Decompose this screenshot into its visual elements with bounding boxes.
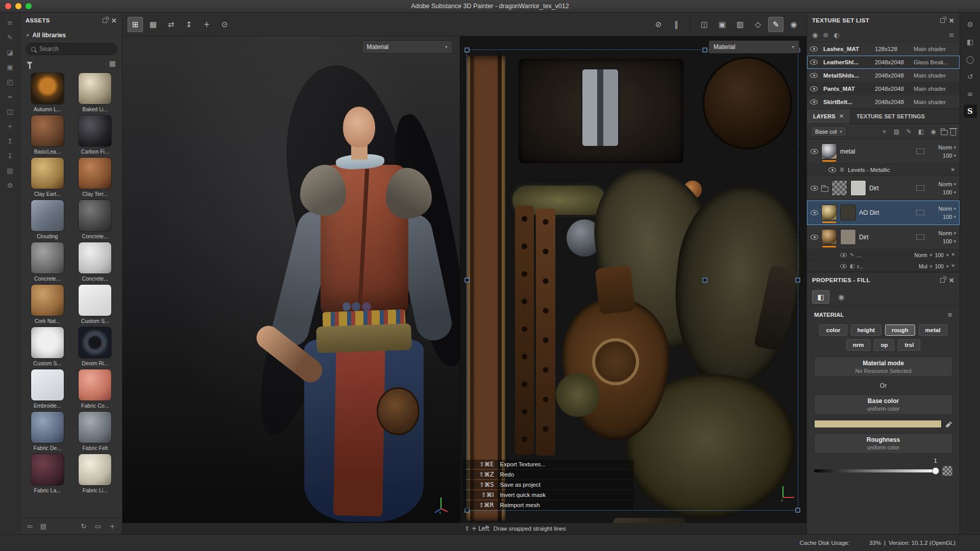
texture-set-shader[interactable]: Main shader [914,72,957,79]
undock-panel-icon[interactable] [103,18,107,23]
asset-item[interactable]: Clay Eart... [24,157,70,197]
texture-set-row[interactable]: LeatherShl... 2048x2048 Glass Beak... [807,56,960,69]
substance-logo[interactable]: S [964,105,977,118]
asset-thumbnail[interactable] [78,115,112,147]
reference-frame-icon[interactable] [916,234,924,240]
paint-tool-icon[interactable]: ✎ [3,31,17,44]
tiling-toggle[interactable]: ▦ [145,17,161,32]
add-folder-icon[interactable] [941,130,948,135]
blend-mode-dropdown[interactable]: Norm▾ [939,144,956,151]
close-panel-icon[interactable]: ✕ [111,17,117,24]
visibility-eye-icon[interactable] [811,210,818,215]
asset-thumbnail[interactable] [31,284,64,316]
asset-thumbnail[interactable] [31,327,64,359]
environment-settings-icon[interactable]: ◯ [964,53,977,66]
layer-thumbnail[interactable] [821,229,837,245]
channels-indicator-icon[interactable]: ◐ [834,31,839,39]
viewport-2d-mode-select[interactable]: Material ▾ [708,40,799,54]
blend-mode-dropdown[interactable]: Norm [914,252,927,258]
search-input[interactable]: Search [26,43,117,55]
material-mode-button[interactable]: Material mode No Resource Selected [814,357,952,377]
asset-thumbnail[interactable] [78,454,112,486]
asset-item[interactable]: Concrete... [72,242,118,282]
import-resources-icon[interactable]: ↧ [3,149,17,163]
tab-texture-set-settings[interactable]: TEXTURE SET SETTINGS [850,109,960,123]
close-panel-icon[interactable]: ✕ [949,277,954,284]
shader-link-icon[interactable]: ⊚ [823,31,828,39]
group-thumbnail[interactable] [831,180,847,196]
symmetry-y-toggle[interactable]: ↕ [181,17,197,32]
opacity-dropdown[interactable]: 100▾ [943,238,956,244]
split-view-toggle[interactable]: ◫ [697,17,712,32]
filter-funnel-icon[interactable] [27,62,33,65]
close-panel-icon[interactable]: ✕ [949,17,954,24]
asset-thumbnail[interactable] [31,242,64,274]
base-color-swatch[interactable] [814,420,942,428]
symmetry-x-toggle[interactable]: ⇄ [163,17,179,32]
roughness-slider[interactable] [814,469,938,472]
delete-layer-icon[interactable] [950,130,956,136]
list-options-icon[interactable]: ≡ [949,31,954,39]
eraser-tool-icon[interactable]: ◪ [3,45,17,59]
layer-thumbnail[interactable] [821,143,837,159]
asset-thumbnail[interactable] [78,199,112,232]
asset-item[interactable]: Cork Nat... [24,284,70,324]
material-view-toggle[interactable]: ▥ [732,17,748,32]
layer-row-selected[interactable]: AO Dirt Norm▾ 100▾ [807,201,960,225]
opacity-dropdown[interactable]: 100 [935,252,944,258]
texture-set-row[interactable]: Pants_MAT 2048x2048 Main shader [807,82,960,95]
asset-item[interactable]: Concrete... [24,242,70,282]
asset-item[interactable]: Autumn L... [24,72,70,112]
asset-thumbnail[interactable] [78,284,112,316]
thumbnail-view-icon[interactable]: ▤ [39,522,48,531]
toggle-all-visibility-icon[interactable]: ◉ [812,31,818,39]
channel-toggle[interactable]: metal [919,324,947,336]
visibility-eye-icon[interactable] [810,73,818,78]
asset-thumbnail[interactable] [78,72,112,105]
mask-content-row[interactable]: ◧ r... Mul▾ 100▾ ✕ [807,261,960,272]
asset-thumbnail[interactable] [78,242,112,274]
roughness-button[interactable]: Roughness uniform color [814,433,952,454]
texture-set-shader[interactable]: Main shader [914,86,957,92]
minimize-window-button[interactable] [15,3,21,9]
asset-item[interactable]: Fabric La... [24,454,70,493]
blend-mode-dropdown[interactable]: Mul [919,263,927,269]
opacity-dropdown[interactable]: 100▾ [943,214,956,220]
gizmo-settings-button[interactable]: ⊙ [217,17,232,32]
material-properties-tab[interactable]: ◉ [832,290,850,304]
viewport-3d[interactable]: Material ▾ [122,36,460,523]
add-resource-icon[interactable]: + [108,522,117,531]
reference-frame-icon[interactable] [916,148,924,154]
undock-panel-icon[interactable] [940,278,945,283]
perspective-toggle[interactable]: ◇ [750,17,766,32]
log-icon[interactable]: ≡ [964,87,977,101]
display-settings-icon[interactable]: ◧ [964,35,977,48]
visibility-eye-icon[interactable] [811,235,818,240]
asset-item[interactable]: Clouding [24,199,70,239]
reference-frame-icon[interactable] [916,210,924,215]
add-layer-icon[interactable]: + [879,127,889,136]
list-view-icon[interactable]: ≔ [26,522,35,531]
viewport-3d-mode-select[interactable]: Material ▾ [362,40,453,54]
texture-set-row[interactable]: SkirtBelt... 2048x2048 Main shader [807,95,960,109]
opacity-dropdown[interactable]: 100▾ [943,189,956,195]
section-menu-icon[interactable]: ≡ [947,311,952,318]
add-stencil-button[interactable]: + [199,17,214,32]
asset-thumbnail[interactable] [78,411,112,443]
opacity-dropdown[interactable]: 100 [935,263,944,269]
texture-picker-icon[interactable] [942,466,952,476]
layer-effect-row[interactable]: ≣ Levels - Metallic ✕ [807,164,960,176]
mask-thumbnail[interactable] [840,205,856,220]
asset-thumbnail[interactable] [31,72,64,105]
smart-material-icon[interactable]: ◉ [928,127,938,136]
visibility-eye-icon[interactable] [811,149,818,154]
projection-tool-icon[interactable]: ▣ [3,60,17,74]
asset-thumbnail[interactable] [31,115,64,147]
asset-item[interactable]: Baked Li... [72,72,118,112]
texture-set-shader[interactable]: Glass Beak... [914,59,957,65]
asset-item[interactable]: Fabric De... [24,411,70,451]
add-mask-icon[interactable]: ▨ [892,127,901,136]
layer-row[interactable]: metal Norm▾ 100▾ [807,139,960,164]
channel-toggle[interactable]: nrm [846,339,871,350]
grid-view-icon[interactable]: ▦ [109,59,116,67]
